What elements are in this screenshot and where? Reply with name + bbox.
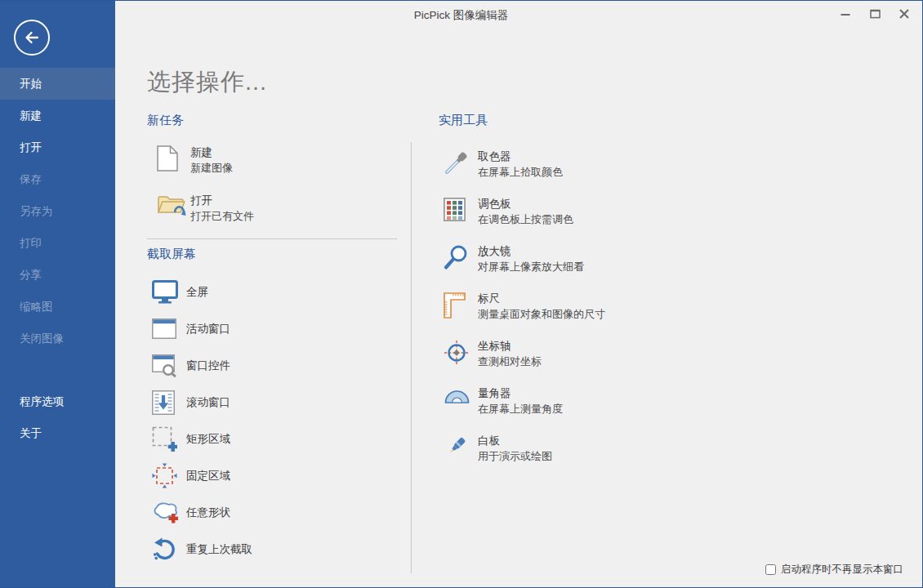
startup-hide-checkbox[interactable] [765,564,776,575]
capture-item-scrolling-window[interactable]: 滚动窗口 [147,384,397,421]
page-title: 选择操作... [147,66,267,99]
sidebar-item-print: 打印 [0,227,115,259]
task-subtitle: 新建图像 [190,160,233,176]
color-picker-icon [444,149,478,182]
capture-item-fullscreen[interactable]: 全屏 [147,274,397,310]
task-item-new[interactable]: 新建 新建图像 [147,145,397,178]
sidebar-item-close-image: 关闭图像 [0,323,115,354]
task-title: 打开 [190,194,254,208]
task-subtitle: 打开已有文件 [190,208,254,224]
backstage-sidebar: 开始 新建 打开 保存 另存为 打印 分享 缩略图 关闭图像 程序选项 关于 [0,1,115,588]
close-icon [899,9,909,19]
close-button[interactable] [890,2,919,25]
tool-item-whiteboard[interactable]: 白板 用于演示或绘图 [439,434,741,466]
crosshair-icon [444,339,478,372]
open-folder-icon [157,194,190,226]
back-button[interactable] [14,20,50,56]
tool-item-protractor[interactable]: 量角器 在屏幕上测量角度 [439,386,741,419]
sidebar-item-share: 分享 [0,259,115,291]
startup-hide-label: 启动程序时不再显示本窗口 [781,563,903,577]
ruler-icon [444,292,478,324]
protractor-icon [444,386,478,419]
section-header-screen-capture: 截取屏幕 [147,246,397,262]
window-control-magnifier-icon [152,354,186,377]
capture-item-active-window[interactable]: 活动窗口 [147,310,397,347]
section-header-new-tasks: 新任务 [147,112,397,128]
repeat-capture-icon [152,537,186,563]
rectangle-region-icon [152,426,186,452]
scrolling-window-icon [152,390,186,415]
startup-hide-option[interactable]: 启动程序时不再显示本窗口 [765,563,903,577]
column-divider [411,142,412,573]
sidebar-nav: 开始 新建 打开 保存 另存为 打印 分享 缩略图 关闭图像 程序选项 关于 [0,68,115,449]
capture-item-window-control[interactable]: 窗口控件 [147,347,397,384]
section-divider [147,238,397,239]
tool-item-color-picker[interactable]: 取色器 在屏幕上拾取颜色 [439,149,741,182]
sidebar-item-save-as: 另存为 [0,195,115,227]
freeform-region-icon [152,501,186,524]
minimize-button[interactable] [831,2,860,25]
maximize-icon [870,9,881,19]
title-bar: PicPick 图像编辑器 [0,2,922,30]
window-controls [831,2,919,25]
maximize-button[interactable] [860,2,890,25]
magnifier-icon [444,244,478,277]
minimize-icon [841,9,850,19]
backstage-content: 选择操作... 新任务 新建 新建图像 [115,30,921,586]
capture-item-freeform[interactable]: 任意形状 [147,494,397,531]
right-column: 实用工具 取色器 在屏幕上拾取颜色 [439,112,741,466]
sidebar-item-options[interactable]: 程序选项 [0,385,115,417]
sidebar-spacer [0,354,115,385]
sidebar-item-thumbnail: 缩略图 [0,291,115,323]
section-header-tools: 实用工具 [439,112,741,128]
window-title: PicPick 图像编辑器 [0,2,922,29]
sidebar-item-start[interactable]: 开始 [0,68,115,100]
back-arrow-icon [23,29,41,47]
capture-item-fixed-region[interactable]: 固定区域 [147,457,397,494]
fullscreen-monitor-icon [152,280,186,305]
fixed-region-icon [152,463,186,488]
sidebar-item-save: 保存 [0,163,115,195]
capture-item-repeat-last[interactable]: 重复上次截取 [147,531,397,568]
new-document-icon [157,145,190,178]
sidebar-item-new[interactable]: 新建 [0,100,115,131]
tool-item-color-palette[interactable]: 调色板 在调色板上按需调色 [439,197,741,229]
active-window-icon [152,318,186,339]
sidebar-item-open[interactable]: 打开 [0,131,115,163]
task-item-open[interactable]: 打开 打开已有文件 [147,194,397,226]
tool-item-magnifier[interactable]: 放大镜 对屏幕上像素放大细看 [439,244,741,277]
tool-item-ruler[interactable]: 标尺 测量桌面对象和图像的尺寸 [439,292,741,324]
whiteboard-pen-icon [444,434,478,466]
tool-item-crosshair[interactable]: 坐标轴 查测相对坐标 [439,339,741,372]
capture-item-rectangle-region[interactable]: 矩形区域 [147,421,397,457]
sidebar-item-about[interactable]: 关于 [0,417,115,449]
left-column: 新任务 新建 新建图像 [147,112,397,568]
color-palette-icon [444,197,478,229]
picpick-window: PicPick 图像编辑器 开始 新建 打开 [0,0,923,588]
task-title: 新建 [190,145,233,160]
